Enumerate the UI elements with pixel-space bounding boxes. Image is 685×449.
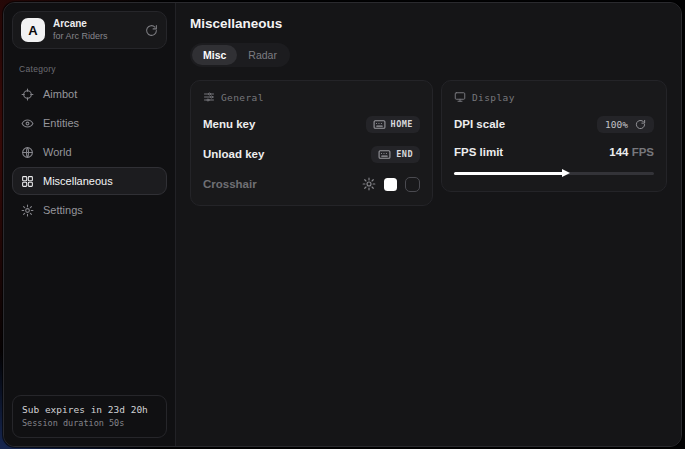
sidebar: A Arcane for Arc Riders Category Aimbot — [4, 3, 176, 446]
fps-limit-slider[interactable] — [454, 167, 654, 179]
app-subtitle: for Arc Riders — [53, 31, 137, 42]
session-duration-text: Session duration 50s — [22, 417, 157, 430]
menu-key-label: Menu key — [203, 118, 255, 130]
fps-limit-label: FPS limit — [454, 146, 503, 158]
dpi-scale-select[interactable]: 100% — [597, 116, 654, 133]
main-content: Miscellaneous Misc Radar General — [176, 3, 681, 446]
sidebar-item-label: Entities — [43, 117, 79, 129]
tab-misc[interactable]: Misc — [192, 45, 237, 65]
category-label: Category — [19, 64, 167, 74]
unload-key-label: Unload key — [203, 148, 264, 160]
app-logo: A — [21, 18, 45, 42]
subscription-info: Sub expires in 23d 20h Session duration … — [12, 395, 167, 438]
fps-limit-row: FPS limit 144 FPS — [454, 143, 654, 161]
keyboard-icon — [378, 149, 391, 160]
brand-card: A Arcane for Arc Riders — [12, 11, 167, 49]
tab-bar: Misc Radar — [190, 43, 290, 67]
tab-radar[interactable]: Radar — [237, 45, 288, 65]
sidebar-item-world[interactable]: World — [12, 138, 167, 166]
unload-key-binding[interactable]: END — [371, 146, 420, 163]
sidebar-item-settings[interactable]: Settings — [12, 196, 167, 224]
unload-key-row: Unload key END — [203, 145, 420, 163]
crosshair-settings-gear-icon[interactable] — [362, 177, 376, 191]
app-title: Arcane — [53, 18, 137, 31]
dpi-scale-label: DPI scale — [454, 118, 505, 130]
sidebar-item-miscellaneous[interactable]: Miscellaneous — [12, 167, 167, 195]
crosshair-checkbox[interactable] — [405, 177, 420, 192]
display-card-title: Display — [472, 92, 515, 103]
sub-expiry-text: Sub expires in 23d 20h — [22, 403, 157, 417]
sidebar-item-entities[interactable]: Entities — [12, 109, 167, 137]
menu-key-value: HOME — [391, 119, 413, 129]
sidebar-nav: Aimbot Entities World — [12, 80, 167, 224]
monitor-icon — [454, 91, 466, 103]
fps-limit-value: 144 — [609, 146, 628, 158]
crosshair-row: Crosshair — [203, 175, 420, 193]
fps-slider-fill — [454, 172, 564, 175]
fps-limit-unit: FPS — [632, 146, 654, 158]
menu-key-binding[interactable]: HOME — [366, 116, 420, 133]
cycle-icon — [635, 119, 646, 130]
general-card-title: General — [221, 92, 264, 103]
unload-key-value: END — [396, 149, 413, 159]
crosshair-label: Crosshair — [203, 178, 257, 190]
dpi-scale-row: DPI scale 100% — [454, 115, 654, 133]
globe-icon — [21, 146, 34, 159]
sliders-icon — [203, 91, 215, 103]
dpi-scale-value: 100% — [605, 119, 628, 130]
menu-key-row: Menu key HOME — [203, 115, 420, 133]
sidebar-item-aimbot[interactable]: Aimbot — [12, 80, 167, 108]
sidebar-item-label: World — [43, 146, 72, 158]
page-title: Miscellaneous — [190, 16, 667, 31]
app-window: A Arcane for Arc Riders Category Aimbot — [3, 2, 682, 447]
sidebar-item-label: Settings — [43, 204, 83, 216]
refresh-icon[interactable] — [145, 24, 158, 37]
crosshair-color-swatch[interactable] — [384, 178, 397, 191]
entities-icon — [21, 117, 34, 130]
general-card: General Menu key HOME Unload key — [190, 80, 433, 206]
display-card: Display DPI scale 100% FPS limit — [441, 80, 667, 192]
gear-icon — [21, 204, 34, 217]
sidebar-item-label: Miscellaneous — [43, 175, 113, 187]
fps-slider-thumb[interactable] — [562, 169, 570, 177]
grid-icon — [21, 175, 34, 188]
keyboard-icon — [373, 119, 386, 130]
sidebar-item-label: Aimbot — [43, 88, 77, 100]
crosshair-icon — [21, 88, 34, 101]
